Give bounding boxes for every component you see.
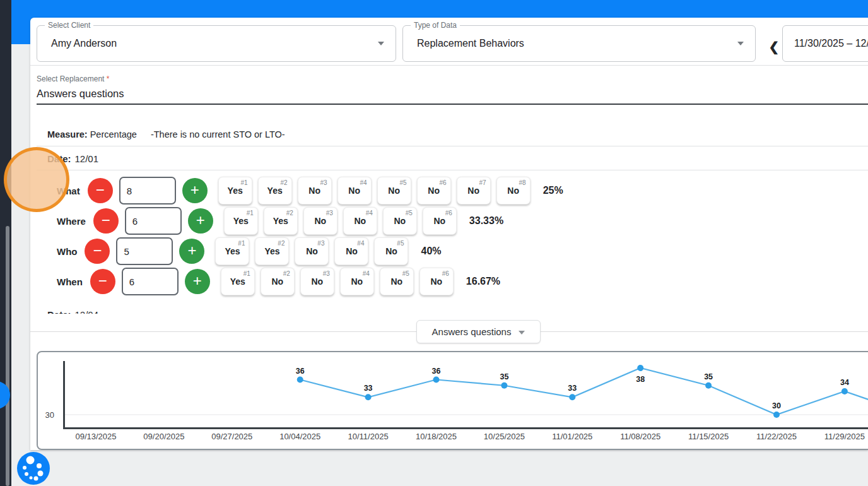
- row-percent: 40%: [421, 246, 441, 257]
- row-label: When: [57, 276, 83, 287]
- trial-chip[interactable]: #5No: [383, 207, 417, 235]
- trial-chip[interactable]: #4No: [337, 177, 372, 204]
- svg-text:36: 36: [432, 367, 441, 376]
- trial-value: Yes: [228, 186, 243, 196]
- palette-icon: [17, 452, 50, 485]
- trial-number: #4: [363, 270, 370, 277]
- trial-chip[interactable]: #3No: [303, 207, 337, 235]
- trial-row-when: When−+#1Yes#2No#3No#4No#5No#6No16.67%: [57, 266, 500, 297]
- trial-chip[interactable]: #3No: [300, 268, 334, 295]
- session-date-line: Date:12/01: [47, 153, 98, 164]
- chevron-down-icon: [378, 42, 384, 45]
- increment-button[interactable]: +: [185, 269, 210, 294]
- row-percent: 25%: [543, 185, 563, 196]
- date-range-value: 11/30/2025 – 12/: [794, 38, 868, 49]
- trial-chip[interactable]: #7No: [457, 177, 491, 204]
- trial-chip[interactable]: #5No: [374, 237, 408, 265]
- select-client-dropdown[interactable]: Select Client Amy Anderson: [37, 25, 396, 62]
- trial-chip[interactable]: #2Yes: [258, 177, 292, 204]
- trial-chip[interactable]: #5No: [380, 268, 414, 295]
- decrement-button[interactable]: −: [85, 239, 110, 264]
- svg-text:10/18/2025: 10/18/2025: [416, 432, 457, 441]
- date-range-field[interactable]: 11/30/2025 – 12/: [782, 25, 868, 62]
- trial-number: #3: [323, 270, 330, 277]
- input-underline: [37, 104, 868, 105]
- trial-chip[interactable]: #4No: [340, 268, 374, 295]
- trial-chip[interactable]: #6No: [423, 207, 457, 235]
- trial-chip[interactable]: #4No: [334, 237, 368, 265]
- next-session-date-clipped: Date:12/04: [47, 309, 98, 314]
- trial-number: #4: [366, 210, 373, 216]
- increment-button[interactable]: +: [188, 208, 213, 234]
- trial-chip[interactable]: #4No: [343, 207, 377, 235]
- trial-chip[interactable]: #6No: [419, 268, 454, 295]
- trial-chip[interactable]: #3No: [298, 177, 332, 204]
- trial-value: No: [306, 246, 318, 256]
- svg-text:34: 34: [840, 378, 849, 387]
- decrement-button[interactable]: −: [93, 208, 119, 234]
- trial-value: No: [346, 246, 358, 256]
- theme-palette-button[interactable]: [17, 452, 50, 485]
- trial-chip[interactable]: #3No: [295, 237, 329, 265]
- row-label: Who: [57, 246, 77, 257]
- trial-value: No: [315, 216, 327, 226]
- scrollbar-thumb[interactable]: [6, 226, 9, 486]
- svg-text:38: 38: [636, 375, 645, 384]
- increment-button[interactable]: +: [182, 178, 208, 203]
- trial-chip[interactable]: #6No: [417, 177, 451, 204]
- trial-value: Yes: [264, 246, 279, 256]
- trial-number: #8: [519, 179, 526, 186]
- increment-button[interactable]: +: [179, 239, 204, 264]
- trial-value: Yes: [230, 276, 245, 287]
- chevron-left-icon: ❮: [769, 40, 780, 54]
- trial-chip[interactable]: #2Yes: [255, 237, 289, 265]
- previous-date-range-button[interactable]: ❮: [765, 37, 783, 57]
- trial-number: #2: [283, 270, 290, 277]
- svg-text:35: 35: [704, 372, 713, 381]
- trial-value: No: [355, 216, 367, 226]
- trial-chip[interactable]: #2Yes: [264, 207, 298, 235]
- trial-value: No: [308, 186, 320, 196]
- trial-number: #6: [440, 179, 447, 186]
- svg-text:09/27/2025: 09/27/2025: [211, 432, 252, 441]
- trial-number: #3: [326, 210, 333, 216]
- select-replacement-value[interactable]: Answers questions: [37, 88, 124, 100]
- trial-chip[interactable]: #1Yes: [215, 237, 249, 265]
- svg-text:11/22/2025: 11/22/2025: [756, 432, 797, 441]
- trend-chart-card: 3009/13/202509/20/202509/27/202510/04/20…: [37, 351, 868, 450]
- decrement-button[interactable]: −: [88, 178, 113, 203]
- trial-number: #5: [406, 210, 413, 216]
- svg-text:33: 33: [364, 384, 373, 393]
- count-input[interactable]: [116, 237, 173, 265]
- count-input[interactable]: [122, 268, 179, 295]
- trial-chip[interactable]: #2No: [261, 268, 295, 295]
- trial-number: #6: [442, 270, 449, 277]
- decrement-button[interactable]: −: [90, 269, 115, 294]
- trial-row-who: Who−+#1Yes#2Yes#3No#4No#5No40%: [57, 236, 442, 266]
- measure-label: Measure:: [47, 129, 88, 139]
- svg-text:11/15/2025: 11/15/2025: [688, 432, 729, 441]
- divider: [37, 146, 868, 146]
- trial-value: No: [271, 276, 283, 287]
- trial-chip[interactable]: #1Yes: [224, 207, 258, 235]
- main-panel: Select Client Amy Anderson Type of Data …: [30, 18, 868, 450]
- trial-chip[interactable]: #1Yes: [221, 268, 255, 295]
- trial-number: #3: [320, 179, 327, 186]
- trial-number: #6: [445, 210, 452, 216]
- svg-text:09/20/2025: 09/20/2025: [143, 432, 184, 441]
- trial-value: No: [311, 276, 323, 287]
- trial-chip[interactable]: #5No: [377, 177, 411, 204]
- select-client-label: Select Client: [45, 21, 93, 30]
- trend-chart-svg[interactable]: 3009/13/202509/20/202509/27/202510/04/20…: [38, 352, 868, 449]
- chart-target-value: Answers questions: [432, 326, 512, 337]
- chart-target-selector[interactable]: Answers questions: [416, 320, 541, 343]
- trial-chip[interactable]: #1Yes: [218, 177, 252, 204]
- count-input[interactable]: [125, 207, 182, 235]
- count-input[interactable]: [119, 177, 176, 204]
- trial-chip[interactable]: #8No: [496, 177, 531, 204]
- trial-value: No: [434, 216, 446, 226]
- select-replacement-label: Select Replacement *: [37, 74, 109, 83]
- trial-value: Yes: [273, 216, 288, 226]
- trial-chips: #1Yes#2Yes#3No#4No#5No#6No#7No#8No: [218, 177, 531, 204]
- type-of-data-dropdown[interactable]: Type of Data Replacement Behaviors: [402, 25, 756, 62]
